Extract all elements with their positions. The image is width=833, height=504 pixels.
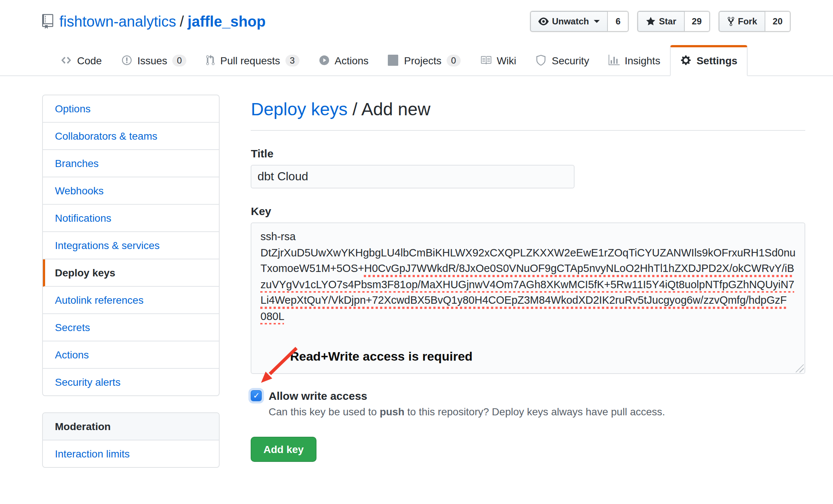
tab-issues[interactable]: Issues 0 [111,45,196,75]
book-icon [480,55,491,66]
fork-button[interactable]: Fork [719,11,765,32]
tab-wiki[interactable]: Wiki [470,45,526,75]
project-icon [388,55,399,66]
star-label: Star [659,17,676,26]
sidebar-item-webhooks[interactable]: Webhooks [43,177,219,205]
repo-separator: / [180,13,184,30]
moderation-header: Moderation [43,413,219,440]
tab-settings[interactable]: Settings [670,45,748,76]
pull-requests-counter: 3 [285,54,299,66]
page-title: Deploy keys / Add new [251,95,805,120]
tab-security[interactable]: Security [526,45,599,75]
github-settings-page: fishtown-analytics / jaffle_shop Unwatch… [0,0,833,504]
pull-request-icon [206,55,215,66]
star-button[interactable]: Star [637,11,684,32]
graph-icon [608,55,619,66]
repo-name-link[interactable]: jaffle_shop [187,13,265,30]
settings-menu: Options Collaborators & teams Branches W… [43,95,220,396]
play-icon [318,55,329,66]
repo-icon [43,14,54,29]
divider [251,130,805,131]
repo-header: fishtown-analytics / jaffle_shop Unwatch… [43,0,791,32]
title-input[interactable] [251,165,575,188]
tab-label: Security [552,54,589,66]
title-field-group: Title [251,147,805,188]
star-button-group: Star 29 [637,11,710,32]
fork-label: Fork [738,17,757,26]
repo-title: fishtown-analytics / jaffle_shop [43,13,266,30]
title-label: Title [251,147,805,160]
tab-label: Settings [697,54,737,66]
tab-label: Actions [335,54,369,66]
key-line: DtZjrXuD5UwXwYKHgbgLU4lbCmBiKHLWX92xCXQP… [261,245,796,261]
sidebar-item-autolink-references[interactable]: Autolink references [43,287,219,314]
sidebar-item-options[interactable]: Options [43,95,219,123]
tab-label: Pull requests [220,54,280,66]
key-line: 080L [261,309,796,324]
repo-nav: Code Issues 0 Pull requests 3 Actions Pr… [0,45,833,76]
annotation-text: Read+Write access is required [290,348,473,364]
tab-pull-requests[interactable]: Pull requests 3 [196,45,309,75]
tab-projects[interactable]: Projects 0 [378,45,470,75]
sidebar-item-branches[interactable]: Branches [43,150,219,177]
tab-insights[interactable]: Insights [599,45,670,75]
code-icon [61,55,72,66]
repo-actions: Unwatch 6 Star 29 Fork 20 [531,11,791,32]
key-line: Li4WepXtQuY/VkDjpn+72XcwdBX5BvQ1y80H4COE… [261,293,796,309]
allow-write-access-label[interactable]: Allow write access [269,389,805,402]
sidebar-item-deploy-keys[interactable]: Deploy keys [43,259,219,287]
sidebar-item-secrets[interactable]: Secrets [43,314,219,341]
key-line: zuVYgVv1cLYO7s4Pbsm3F81op/MaXHUGjnwV4Om7… [261,277,796,293]
sidebar-item-collaborators-teams[interactable]: Collaborators & teams [43,123,219,150]
gear-icon [680,55,691,66]
key-textarea[interactable]: ssh-rsa DtZjrXuD5UwXwYKHgbgLU4lbCmBiKHLW… [251,222,805,374]
repo-owner-link[interactable]: fishtown-analytics [60,13,176,30]
allow-write-access-checkbox[interactable]: ✓ [251,390,262,401]
sidebar-item-interaction-limits[interactable]: Interaction limits [43,440,219,467]
tab-label: Issues [137,54,167,66]
sidebar-item-security-alerts[interactable]: Security alerts [43,369,219,395]
dropdown-caret-icon [594,20,600,23]
moderation-menu: Moderation Interaction limits [43,412,220,468]
issues-counter: 0 [172,54,186,66]
settings-sidebar: Options Collaborators & teams Branches W… [43,95,220,468]
tab-label: Wiki [497,54,516,66]
breadcrumb-current: Add new [361,99,430,119]
unwatch-label: Unwatch [552,17,589,26]
deploy-keys-breadcrumb-link[interactable]: Deploy keys [251,99,348,119]
allow-write-access-row: ✓ Allow write access Can this key be use… [251,389,805,418]
star-icon [646,16,656,27]
tab-label: Projects [404,54,441,66]
textarea-resize-handle[interactable] [796,364,804,372]
key-line: ssh-rsa [261,229,796,245]
tab-code[interactable]: Code [51,45,112,75]
watchers-count[interactable]: 6 [608,11,629,32]
sidebar-item-actions[interactable]: Actions [43,341,219,369]
breadcrumb-separator: / [348,99,361,119]
stars-count[interactable]: 29 [684,11,710,32]
issue-opened-icon [121,55,132,66]
tab-label: Code [77,54,102,66]
key-label: Key [251,205,805,217]
add-key-button[interactable]: Add key [251,437,316,462]
tab-label: Insights [624,54,660,66]
sidebar-item-integrations-services[interactable]: Integrations & services [43,232,219,259]
unwatch-button[interactable]: Unwatch [531,11,608,32]
key-field-group: Key ssh-rsa DtZjrXuD5UwXwYKHgbgLU4lbCmBi… [251,205,805,374]
tab-actions[interactable]: Actions [309,45,378,75]
fork-button-group: Fork 20 [719,11,791,32]
shield-icon [535,55,546,66]
fork-icon [727,16,735,27]
key-line: TxomoeW51M+5OS+H0CvGpJ7WWkdR/8JxOe0S0VNu… [261,261,796,277]
projects-counter: 0 [447,54,460,66]
allow-write-access-help: Can this key be used to push to this rep… [269,406,805,418]
deploy-key-form: Deploy keys / Add new Title Key ssh-rsa … [251,95,805,468]
forks-count[interactable]: 20 [765,11,791,32]
sidebar-item-notifications[interactable]: Notifications [43,205,219,232]
eye-icon [539,16,549,27]
watch-button-group: Unwatch 6 [531,11,629,32]
